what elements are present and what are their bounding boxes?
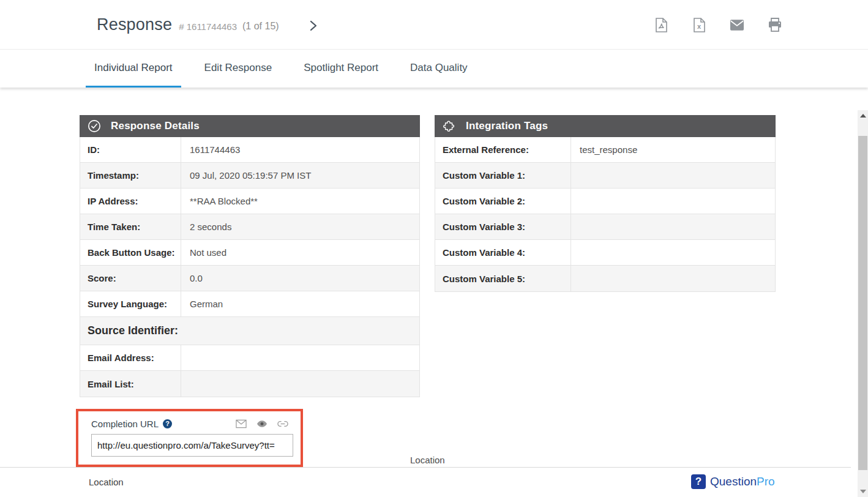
excel-export-icon[interactable]: x — [692, 18, 706, 32]
report-tabs: Individual Report Edit Response Spotligh… — [0, 50, 868, 88]
row-label: Score: — [80, 266, 181, 291]
row-value: 2 seconds — [181, 214, 419, 239]
row-value — [181, 371, 419, 397]
row-value: German — [181, 291, 419, 316]
row-value: 0.0 — [181, 266, 419, 291]
brand-name-question: Question — [710, 475, 757, 488]
eye-icon[interactable] — [256, 418, 268, 429]
completion-url-actions — [236, 418, 288, 429]
integration-tags-header: Integration Tags — [435, 115, 776, 137]
row-label: Custom Variable 1: — [435, 163, 571, 188]
row-value — [181, 345, 419, 370]
completion-url-row: Completion URL ? — [91, 418, 288, 429]
scrollbar-thumb[interactable] — [858, 136, 867, 470]
row-label: Email List: — [80, 371, 181, 397]
svg-text:x: x — [697, 23, 702, 30]
row-value — [571, 240, 775, 265]
chevron-right-icon — [309, 20, 318, 31]
row-value: 09 Jul, 2020 05:19:57 PM IST — [181, 163, 419, 188]
row-value: Not used — [181, 240, 419, 265]
row-value — [571, 163, 775, 188]
table-row: Survey Language: German — [80, 291, 419, 317]
triangle-up-icon — [860, 114, 866, 118]
panel-title: Response Details — [111, 120, 200, 132]
brand-name-pro: Pro — [757, 475, 775, 488]
header-actions: x — [654, 0, 782, 50]
response-page: Response # 1611744463 (1 of 15) — [0, 0, 868, 497]
table-row: External Reference: test_response — [435, 137, 775, 163]
completion-url-input[interactable] — [91, 434, 293, 457]
vertical-scrollbar[interactable] — [858, 110, 868, 497]
row-value: **RAA Blocked** — [181, 189, 419, 214]
row-value — [571, 266, 775, 291]
integration-tags-panel: Integration Tags External Reference: tes… — [435, 115, 776, 292]
table-row: Custom Variable 3: — [435, 214, 775, 240]
completion-url-label: Completion URL — [91, 419, 159, 429]
row-label: Custom Variable 2: — [435, 189, 571, 214]
table-row: ID: 1611744463 — [80, 137, 419, 163]
scroll-down-button[interactable] — [858, 486, 868, 497]
check-circle-icon — [88, 119, 101, 133]
table-row-source-identifier: Source Identifier: — [80, 317, 419, 345]
table-row: Custom Variable 4: — [435, 240, 775, 266]
table-row: Custom Variable 5: — [435, 266, 775, 291]
tab-spotlight-report[interactable]: Spotlight Report — [295, 50, 387, 88]
row-value: 1611744463 — [181, 137, 419, 162]
table-row: Email List: — [80, 371, 419, 397]
tab-data-quality[interactable]: Data Quality — [402, 50, 476, 88]
tab-individual-report[interactable]: Individual Report — [86, 50, 181, 88]
triangle-down-icon — [860, 490, 866, 493]
row-label: Timestamp: — [80, 163, 181, 188]
title-group: Response # 1611744463 (1 of 15) — [97, 0, 279, 50]
response-position: (1 of 15) — [242, 21, 279, 32]
row-label: Email Address: — [80, 345, 181, 370]
help-icon[interactable]: ? — [163, 419, 172, 428]
row-label: Time Taken: — [80, 214, 181, 239]
scroll-up-button[interactable] — [858, 110, 868, 121]
response-details-panel: Response Details ID: 1611744463 Timestam… — [80, 115, 420, 397]
row-label: Back Button Usage: — [80, 240, 181, 265]
row-label: Source Identifier: — [80, 317, 419, 345]
next-response-button[interactable] — [305, 17, 322, 34]
row-label: Custom Variable 4: — [435, 240, 571, 265]
row-value — [571, 214, 775, 239]
envelope-icon[interactable] — [236, 418, 247, 429]
link-icon[interactable] — [277, 418, 288, 429]
email-icon[interactable] — [730, 18, 744, 32]
location-section-title-right: Location — [410, 455, 445, 465]
panel-title: Integration Tags — [466, 120, 548, 132]
row-label: ID: — [80, 137, 181, 162]
section-divider — [0, 467, 851, 468]
row-value: test_response — [571, 137, 775, 162]
table-row: Score: 0.0 — [80, 266, 419, 291]
puzzle-icon — [443, 119, 456, 133]
response-details-header: Response Details — [80, 115, 420, 137]
table-row: Custom Variable 2: — [435, 189, 775, 214]
table-row: Email Address: — [80, 345, 419, 371]
response-id: # 1611744463 — [179, 21, 237, 32]
row-label: Custom Variable 5: — [435, 266, 571, 291]
pdf-export-icon[interactable] — [654, 18, 668, 32]
page-title: Response — [97, 15, 172, 34]
row-label: IP Address: — [80, 189, 181, 214]
questionpro-logo[interactable]: ? QuestionPro — [691, 474, 775, 489]
table-row: Back Button Usage: Not used — [80, 240, 419, 266]
questionpro-badge-icon: ? — [691, 474, 706, 489]
row-value — [571, 189, 775, 214]
row-label: Survey Language: — [80, 291, 181, 316]
top-header: Response # 1611744463 (1 of 15) — [0, 0, 868, 50]
completion-url-section: Completion URL ? — [76, 409, 303, 467]
table-row: Timestamp: 09 Jul, 2020 05:19:57 PM IST — [80, 163, 419, 189]
integration-tags-table: External Reference: test_response Custom… — [435, 137, 776, 292]
row-label: External Reference: — [435, 137, 571, 162]
table-row: IP Address: **RAA Blocked** — [80, 189, 419, 214]
tab-edit-response[interactable]: Edit Response — [196, 50, 281, 88]
response-details-table: ID: 1611744463 Timestamp: 09 Jul, 2020 0… — [80, 137, 420, 397]
print-icon[interactable] — [768, 18, 782, 32]
row-label: Custom Variable 3: — [435, 214, 571, 239]
table-row: Time Taken: 2 seconds — [80, 214, 419, 240]
table-row: Custom Variable 1: — [435, 163, 775, 189]
location-section-title-left: Location — [89, 477, 124, 487]
